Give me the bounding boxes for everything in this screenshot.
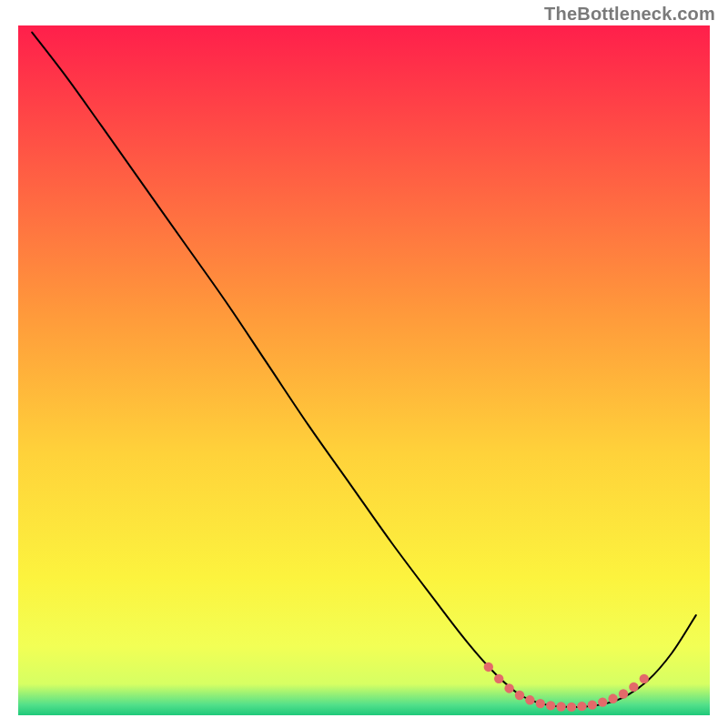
marker-dot bbox=[484, 662, 493, 672]
marker-dot bbox=[629, 682, 638, 692]
marker-dot bbox=[598, 697, 607, 706]
marker-dot bbox=[536, 699, 545, 708]
marker-dot bbox=[608, 694, 617, 703]
marker-dot bbox=[525, 695, 534, 704]
chart-canvas bbox=[0, 0, 728, 728]
marker-dot bbox=[619, 689, 628, 698]
marker-dot bbox=[515, 691, 524, 700]
bottleneck-chart: TheBottleneck.com bbox=[0, 0, 728, 728]
marker-dot bbox=[588, 700, 597, 709]
plot-area bbox=[18, 25, 710, 715]
marker-dot bbox=[504, 683, 513, 693]
watermark-label: TheBottleneck.com bbox=[544, 4, 715, 25]
marker-dot bbox=[567, 703, 576, 712]
marker-dot bbox=[546, 701, 555, 710]
marker-dot bbox=[577, 702, 586, 711]
marker-dot bbox=[556, 702, 565, 711]
gradient-background bbox=[18, 25, 710, 715]
marker-dot bbox=[640, 674, 649, 683]
marker-dot bbox=[494, 674, 503, 683]
